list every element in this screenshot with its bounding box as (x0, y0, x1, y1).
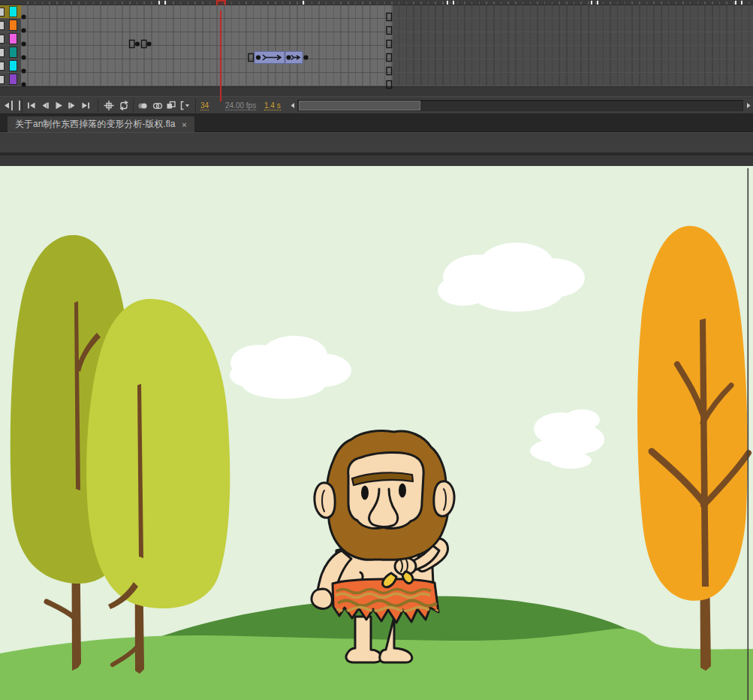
layer-frames-track[interactable] (21, 19, 753, 32)
playhead-line[interactable] (220, 11, 221, 101)
play-button[interactable] (53, 100, 65, 111)
ruler-second-tick (303, 1, 304, 5)
layer-head[interactable] (0, 19, 21, 32)
stage-edge-line (748, 168, 749, 700)
layer-frames-track[interactable] (21, 5, 753, 18)
loop-playback-button[interactable] (118, 100, 130, 111)
panel-grip-icon[interactable] (11, 101, 20, 110)
stage-header-band (0, 155, 753, 166)
banana-peel-right (402, 572, 413, 584)
layer-color-swatch[interactable] (10, 7, 17, 17)
layer-row[interactable] (0, 73, 753, 86)
layer-head[interactable] (0, 73, 21, 86)
layer-head[interactable] (0, 59, 21, 72)
scrollbar-right-arrow[interactable] (742, 100, 753, 111)
center-frame-button[interactable] (103, 100, 115, 111)
animate-workspace: 34 24.00 fps 1.4 s 关于an制作东西掉落的变形分析-版权.fl… (0, 0, 753, 700)
toolbar-spacer-band (0, 132, 753, 152)
ruler-second-tick (741, 1, 742, 5)
layer-outline-chip[interactable] (0, 35, 5, 44)
layer-frames-track[interactable] (21, 73, 753, 86)
frame-rate-field[interactable]: 24.00 fps (225, 101, 256, 110)
layer-row[interactable] (0, 19, 753, 32)
go-to-first-frame-button[interactable] (26, 100, 38, 111)
ruler-second-tick (164, 1, 166, 5)
timeline-panel: 34 24.00 fps 1.4 s (0, 0, 753, 114)
ruler-second-tick (735, 1, 736, 5)
layer-outline-chip[interactable] (0, 48, 5, 57)
layer-color-swatch[interactable] (10, 47, 17, 57)
layer-head[interactable] (0, 46, 21, 59)
layer-color-swatch[interactable] (10, 20, 17, 30)
divider (22, 98, 23, 113)
caveman-left-fist (312, 589, 332, 608)
divider (98, 98, 98, 113)
ruler-second-tick (591, 1, 592, 5)
document-tab[interactable]: 关于an制作东西掉落的变形分析-版权.fla × (8, 116, 194, 132)
caveman-left-eye (361, 486, 369, 500)
onion-skin-outlines-button[interactable] (152, 100, 164, 111)
timeline-horizontal-scrollbar[interactable] (297, 100, 743, 111)
current-frame-field[interactable]: 34 (200, 101, 209, 110)
modify-markers-button[interactable] (179, 100, 191, 111)
ruler-second-tick (158, 1, 160, 5)
layer-head[interactable] (0, 5, 21, 18)
stage-canvas[interactable] (0, 166, 753, 700)
timeline-controlbar: 34 24.00 fps 1.4 s (0, 96, 753, 114)
layer-frames-track[interactable] (21, 46, 753, 59)
timeline-bottom-strip (0, 86, 753, 96)
layer-color-swatch[interactable] (10, 61, 17, 71)
edit-multiple-frames-button[interactable] (165, 100, 177, 111)
ruler-ticks (21, 2, 753, 5)
layer-row[interactable] (0, 32, 753, 46)
layer-color-swatch[interactable] (10, 74, 17, 84)
caveman-right-ear (434, 481, 454, 516)
playhead-handle[interactable] (216, 0, 226, 5)
divider (133, 98, 134, 113)
document-tabbar: 关于an制作东西掉落的变形分析-版权.fla × (0, 114, 753, 132)
onion-skin-button[interactable] (137, 100, 149, 111)
ruler-second-tick (453, 1, 454, 5)
go-to-last-frame-button[interactable] (80, 100, 92, 111)
layer-color-swatch[interactable] (10, 34, 17, 44)
scrollbar-thumb[interactable] (299, 101, 420, 110)
document-tab-title: 关于an制作东西掉落的变形分析-版权.fla (15, 118, 175, 131)
layer-outline-chip[interactable] (0, 75, 5, 84)
layer-outline-chip[interactable] (0, 21, 5, 30)
layer-row[interactable] (0, 5, 753, 19)
ruler-second-tick (597, 1, 598, 5)
caveman-left-ear (315, 483, 335, 517)
timeline-ruler[interactable] (0, 0, 753, 5)
layer-row[interactable] (0, 59, 753, 73)
step-forward-button[interactable] (66, 100, 78, 111)
step-back-button[interactable] (39, 100, 51, 111)
layer-outline-chip[interactable] (0, 62, 5, 71)
layer-frames-track[interactable] (21, 59, 753, 72)
divider (195, 98, 196, 113)
caveman-right-eye (399, 484, 406, 498)
timeline-layers-area (0, 5, 753, 86)
stage-artwork (0, 166, 753, 700)
layer-frames-track[interactable] (21, 32, 753, 45)
tab-close-icon[interactable]: × (182, 120, 186, 129)
layer-outline-chip[interactable] (0, 8, 5, 17)
layer-row[interactable] (0, 46, 753, 59)
ruler-second-tick (447, 1, 448, 5)
elapsed-time-field[interactable]: 1.4 s (264, 101, 281, 110)
layer-head[interactable] (0, 32, 21, 45)
